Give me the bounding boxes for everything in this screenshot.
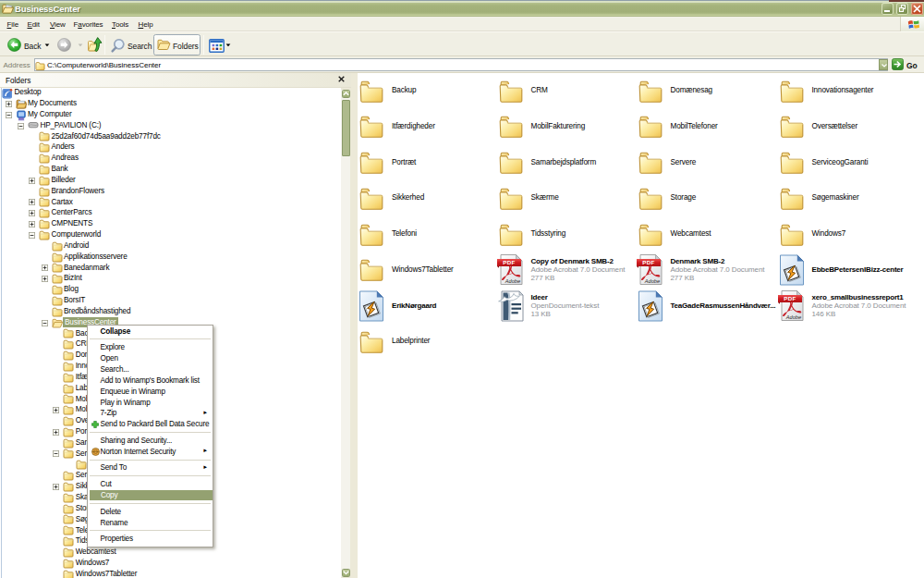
svg-text:Adobe: Adobe	[504, 278, 519, 284]
svg-text:Adobe: Adobe	[784, 314, 800, 320]
svg-text:PDF: PDF	[503, 260, 516, 266]
svg-text:PDF: PDF	[784, 296, 796, 302]
svg-text:Adobe: Adobe	[643, 278, 659, 284]
svg-text:PDF: PDF	[642, 260, 655, 266]
